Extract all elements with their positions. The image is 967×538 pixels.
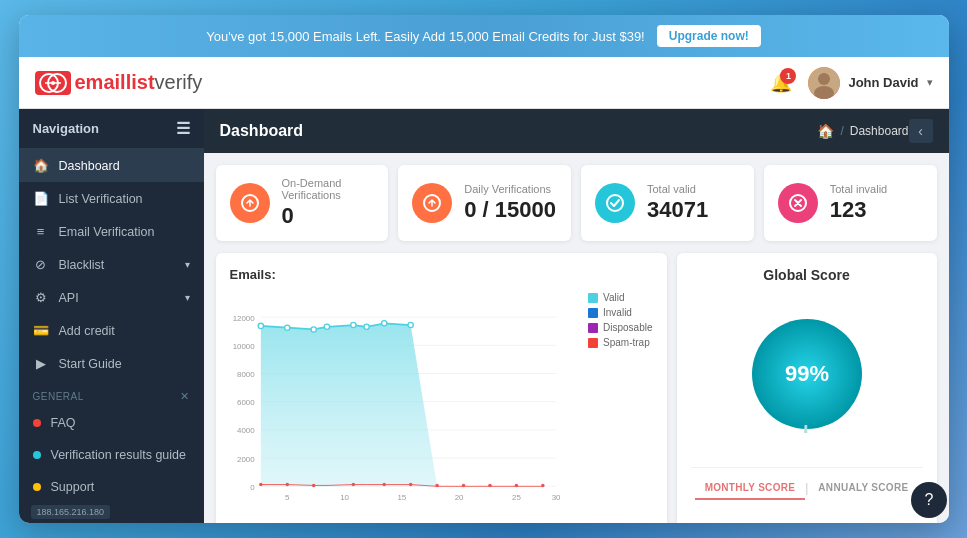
- svg-point-27: [284, 325, 289, 330]
- breadcrumb-separator: /: [840, 124, 843, 138]
- upgrade-button[interactable]: Upgrade now!: [657, 25, 761, 47]
- svg-point-34: [259, 483, 263, 487]
- sidebar-item-blacklist[interactable]: ⊘ Blacklist ▾: [19, 248, 204, 281]
- notification-button[interactable]: 🔔 1: [770, 72, 792, 94]
- general-label: GENERAL: [33, 391, 84, 402]
- sidebar-item-verification-guide[interactable]: Verification results guide: [19, 439, 204, 471]
- sidebar-label-guide: Start Guide: [59, 357, 122, 371]
- collapse-button[interactable]: ‹: [909, 119, 933, 143]
- help-button[interactable]: ?: [911, 482, 947, 518]
- score-card: Global Score: [677, 253, 937, 523]
- verification-guide-dot: [33, 451, 41, 459]
- home-icon: 🏠: [33, 158, 49, 173]
- legend-spam-trap-dot: [588, 338, 598, 348]
- svg-point-39: [408, 483, 412, 487]
- sidebar-item-email-verification[interactable]: ≡ Email Verification: [19, 215, 204, 248]
- svg-point-30: [350, 322, 355, 327]
- donut-svg: 99%: [742, 309, 872, 439]
- svg-point-40: [435, 484, 439, 488]
- user-menu[interactable]: John David ▾: [808, 67, 932, 99]
- chevron-down-icon: ▾: [927, 76, 933, 89]
- valid-value: 34071: [647, 197, 708, 223]
- content-body: On-Demand Verifications 0 Daily Verifica…: [204, 153, 949, 523]
- chart-area: 12000 10000 8000 6000 4000 2000 0: [230, 292, 653, 522]
- svg-text:10000: 10000: [232, 342, 255, 351]
- legend-valid-label: Valid: [603, 292, 625, 303]
- svg-text:6000: 6000: [237, 398, 255, 407]
- breadcrumb-current: Dashboard: [850, 124, 909, 138]
- top-banner: You've got 15,000 Emails Left. Easily Ad…: [19, 15, 949, 57]
- sidebar-item-add-credit[interactable]: 💳 Add credit: [19, 314, 204, 347]
- api-icon: ⚙: [33, 290, 49, 305]
- sidebar-label-credit: Add credit: [59, 324, 115, 338]
- stat-card-valid: Total valid 34071: [581, 165, 754, 241]
- annual-score-tab[interactable]: ANNUALY SCORE: [808, 478, 918, 500]
- legend-spam-trap: Spam-trap: [588, 337, 652, 348]
- svg-point-28: [311, 327, 316, 332]
- sidebar-item-start-guide[interactable]: ▶ Start Guide: [19, 347, 204, 380]
- sidebar-label-faq: FAQ: [51, 416, 76, 430]
- svg-point-42: [488, 484, 492, 488]
- daily-label: Daily Verifications: [464, 183, 556, 195]
- email-chart-card: Emails: 12000 10000 8000 6000 4000 2000 …: [216, 253, 667, 523]
- invalid-info: Total invalid 123: [830, 183, 887, 223]
- svg-text:8000: 8000: [237, 370, 255, 379]
- legend-spam-trap-label: Spam-trap: [603, 337, 650, 348]
- sidebar-label-dashboard: Dashboard: [59, 159, 120, 173]
- watermark: SoftwareSuggest.com: [230, 522, 653, 523]
- sidebar-item-faq[interactable]: FAQ: [19, 407, 204, 439]
- svg-point-3: [51, 81, 55, 85]
- sidebar-item-list-verification[interactable]: 📄 List Verification: [19, 182, 204, 215]
- chart-legend: Valid Invalid Disposable: [588, 292, 652, 348]
- sidebar-label-verification-guide: Verification results guide: [51, 448, 187, 462]
- daily-value: 0 / 15000: [464, 197, 556, 223]
- logo: emaillistverify: [35, 71, 203, 95]
- stats-row: On-Demand Verifications 0 Daily Verifica…: [216, 165, 937, 241]
- svg-text:2000: 2000: [237, 455, 255, 464]
- sidebar-item-support[interactable]: Support: [19, 471, 204, 503]
- svg-point-29: [324, 324, 329, 329]
- sidebar-label-support: Support: [51, 480, 95, 494]
- legend-disposable-label: Disposable: [603, 322, 652, 333]
- stat-card-on-demand: On-Demand Verifications 0: [216, 165, 389, 241]
- svg-text:5: 5: [285, 493, 290, 502]
- daily-icon: [412, 183, 452, 223]
- legend-valid: Valid: [588, 292, 652, 303]
- svg-point-41: [461, 484, 465, 488]
- ip-address: 188.165.216.180: [31, 505, 111, 519]
- svg-point-9: [607, 195, 623, 211]
- legend-disposable-dot: [588, 323, 598, 333]
- svg-text:10: 10: [340, 493, 349, 502]
- sidebar-item-dashboard[interactable]: 🏠 Dashboard: [19, 149, 204, 182]
- daily-info: Daily Verifications 0 / 15000: [464, 183, 556, 223]
- monthly-score-tab[interactable]: MONTHLY SCORE: [695, 478, 806, 500]
- close-general-icon[interactable]: ✕: [180, 390, 190, 403]
- invalid-icon: [778, 183, 818, 223]
- hamburger-icon[interactable]: ☰: [176, 119, 190, 138]
- sidebar-item-api[interactable]: ⚙ API ▾: [19, 281, 204, 314]
- charts-row: Emails: 12000 10000 8000 6000 4000 2000 …: [216, 253, 937, 523]
- content-area: Dashboard 🏠 / Dashboard ‹: [204, 109, 949, 523]
- svg-point-33: [408, 322, 413, 327]
- faq-dot: [33, 419, 41, 427]
- svg-point-38: [382, 483, 386, 487]
- svg-text:99%: 99%: [784, 361, 828, 386]
- svg-text:12000: 12000: [232, 314, 255, 323]
- invalid-label: Total invalid: [830, 183, 887, 195]
- credit-icon: 💳: [33, 323, 49, 338]
- header-right: 🔔 1 John David ▾: [770, 67, 932, 99]
- logo-icon: [35, 71, 71, 95]
- api-arrow-icon: ▾: [185, 292, 190, 303]
- legend-disposable: Disposable: [588, 322, 652, 333]
- breadcrumb: 🏠 / Dashboard: [817, 123, 908, 139]
- svg-point-32: [381, 321, 386, 326]
- sidebar-title: Navigation: [33, 121, 99, 136]
- svg-point-44: [541, 484, 545, 488]
- logo-text: emaillistverify: [75, 71, 203, 94]
- banner-message: You've got 15,000 Emails Left. Easily Ad…: [206, 29, 644, 44]
- chart-title: Emails:: [230, 267, 653, 282]
- blacklist-icon: ⊘: [33, 257, 49, 272]
- notification-badge: 1: [780, 68, 796, 84]
- play-icon: ▶: [33, 356, 49, 371]
- svg-text:30: 30: [551, 493, 560, 502]
